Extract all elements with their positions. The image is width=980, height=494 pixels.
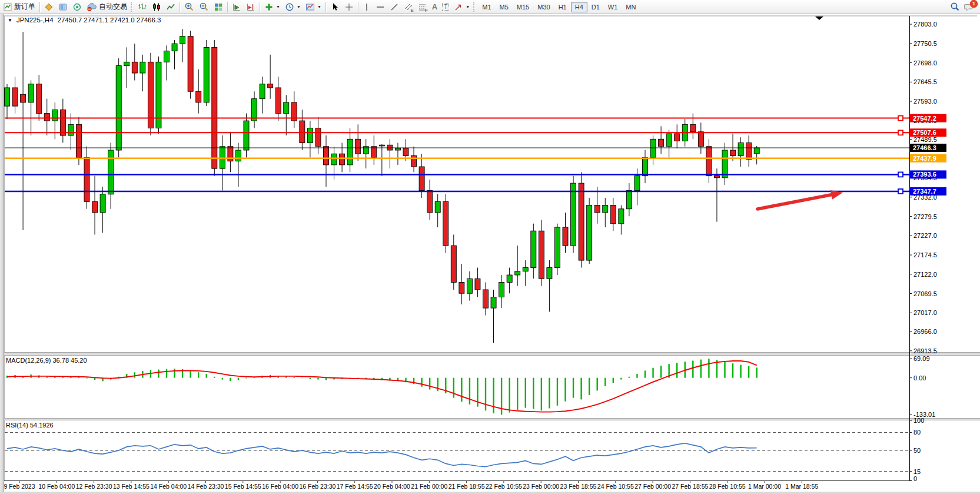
price-chart-canvas[interactable]: 27803.027750.527698.027645.527593.027540… (0, 14, 980, 494)
template-chart-icon (305, 2, 315, 12)
tile-windows-button[interactable] (211, 1, 225, 13)
tab-timeframe-mn[interactable]: MN (622, 2, 640, 12)
fibonacci-tool[interactable]: F (416, 1, 430, 13)
svg-text:27069.5: 27069.5 (913, 290, 937, 297)
svg-text:22 Feb 10:55: 22 Feb 10:55 (486, 483, 522, 490)
templates-button[interactable]: ▼ (303, 1, 324, 13)
auto-scroll-icon (232, 2, 241, 12)
tab-timeframe-d1[interactable]: D1 (587, 2, 604, 12)
svg-text:26913.5: 26913.5 (913, 347, 937, 354)
line-handle[interactable] (898, 130, 903, 135)
chart-ohlc-values: 27450.7 27471.1 27421.0 27466.3 (58, 16, 161, 24)
svg-text:28 Feb 10:55: 28 Feb 10:55 (709, 483, 746, 490)
candlestick-chart-button[interactable] (150, 1, 164, 13)
tab-timeframe-m1[interactable]: M1 (478, 2, 495, 12)
zoom-in-button[interactable] (182, 1, 197, 13)
text-label-tool[interactable]: T (440, 1, 451, 13)
svg-text:27347.7: 27347.7 (913, 188, 936, 195)
bar-chart-button[interactable] (135, 1, 150, 13)
svg-text:27174.5: 27174.5 (913, 251, 937, 258)
svg-text:27489.5: 27489.5 (913, 136, 937, 143)
separator (39, 2, 40, 12)
vertical-line-tool[interactable] (360, 1, 373, 13)
svg-text:26966.0: 26966.0 (913, 328, 937, 335)
indicators-button[interactable]: ▼ (262, 1, 283, 13)
svg-text:14 Feb 04:00: 14 Feb 04:00 (150, 483, 187, 490)
autotrading-cloud-icon (87, 2, 97, 12)
crosshair-button[interactable] (342, 1, 356, 13)
separator (260, 2, 260, 12)
fibonacci-icon: F (418, 2, 427, 12)
svg-text:27393.6: 27393.6 (913, 171, 936, 178)
svg-text:27 Feb 00:00: 27 Feb 00:00 (634, 483, 671, 490)
separator (180, 2, 180, 12)
svg-text:16 Feb 04:00: 16 Feb 04:00 (262, 483, 298, 490)
toolbar-grip (473, 2, 476, 12)
tab-timeframe-m15[interactable]: M15 (513, 2, 533, 12)
tab-timeframe-w1[interactable]: W1 (604, 2, 622, 12)
svg-text:27593.0: 27593.0 (913, 98, 937, 105)
metaeditor-icon (44, 2, 54, 12)
horizontal-line-tool[interactable] (373, 1, 387, 13)
arrows-tool[interactable]: ▼ (451, 1, 472, 13)
tab-timeframe-m5[interactable]: M5 (496, 2, 513, 12)
chart-shift-marker-icon[interactable] (815, 16, 823, 20)
svg-text:50: 50 (913, 447, 921, 454)
svg-text:27017.0: 27017.0 (913, 309, 937, 316)
periods-button[interactable]: ▼ (283, 1, 303, 13)
line-handle[interactable] (898, 172, 903, 177)
new-order-icon (3, 2, 12, 12)
strategy-tester-button[interactable] (70, 1, 84, 13)
trendline-tool[interactable] (387, 1, 401, 13)
text-tool[interactable]: A (430, 1, 440, 13)
terminal-button[interactable] (56, 1, 70, 13)
text-tool-icon: A (432, 2, 437, 11)
svg-text:14 Feb 23:30: 14 Feb 23:30 (188, 483, 224, 490)
separator (227, 2, 228, 12)
svg-text:100: 100 (913, 417, 924, 424)
equidistant-channel-tool[interactable]: E (401, 1, 416, 13)
svg-text:24 Feb 10:55: 24 Feb 10:55 (597, 483, 634, 490)
svg-text:1 Mar 00:00: 1 Mar 00:00 (748, 483, 781, 490)
chevron-down-icon: ▼ (297, 5, 301, 9)
new-order-button[interactable]: 新订单 (1, 1, 38, 13)
line-handle[interactable] (898, 189, 903, 194)
auto-scroll-button[interactable] (230, 1, 244, 13)
trend-arrow-annotation[interactable] (758, 190, 843, 209)
chart-menu-arrow-icon[interactable]: ▼ (8, 18, 12, 23)
indicators-plus-icon (264, 2, 274, 12)
macd-indicator-label: MACD(12,26,9) 36.78 45.20 (6, 357, 87, 364)
trendline-icon (390, 2, 399, 12)
crosshair-icon (344, 2, 354, 12)
tab-timeframe-m30[interactable]: M30 (533, 2, 554, 12)
search-icon[interactable] (950, 2, 960, 12)
line-chart-button[interactable] (164, 1, 178, 13)
tab-timeframe-h4[interactable]: H4 (571, 2, 587, 12)
svg-text:80: 80 (913, 429, 921, 436)
zoom-out-button[interactable] (197, 1, 211, 13)
notifications-button[interactable]: 1 (964, 2, 974, 12)
chart-window: 27803.027750.527698.027645.527593.027540… (0, 14, 980, 494)
cursor-button[interactable] (328, 1, 342, 13)
metaeditor-button[interactable] (42, 1, 56, 13)
svg-text:27750.5: 27750.5 (913, 40, 937, 47)
bar-chart-icon (138, 2, 147, 12)
tile-windows-icon (214, 2, 223, 12)
candlesticks (5, 29, 760, 343)
terminal-icon (58, 2, 68, 12)
window-left-edge (0, 14, 4, 494)
svg-text:27803.0: 27803.0 (913, 21, 937, 28)
svg-text:27279.5: 27279.5 (913, 213, 937, 220)
svg-text:21 Feb 18:55: 21 Feb 18:55 (449, 483, 485, 490)
chart-shift-button[interactable] (244, 1, 258, 13)
svg-text:27437.9: 27437.9 (913, 155, 936, 162)
svg-text:23 Feb 00:00: 23 Feb 00:00 (523, 483, 559, 490)
svg-text:23 Feb 18:55: 23 Feb 18:55 (560, 483, 597, 490)
svg-text:15: 15 (913, 468, 921, 475)
autotrading-button[interactable]: 自动交易 (84, 1, 129, 13)
line-handle[interactable] (898, 116, 903, 121)
tab-timeframe-h1[interactable]: H1 (554, 2, 571, 12)
radar-icon (72, 2, 82, 12)
svg-text:20 Feb 04:00: 20 Feb 04:00 (374, 483, 410, 490)
channel-letter: E (410, 8, 413, 13)
